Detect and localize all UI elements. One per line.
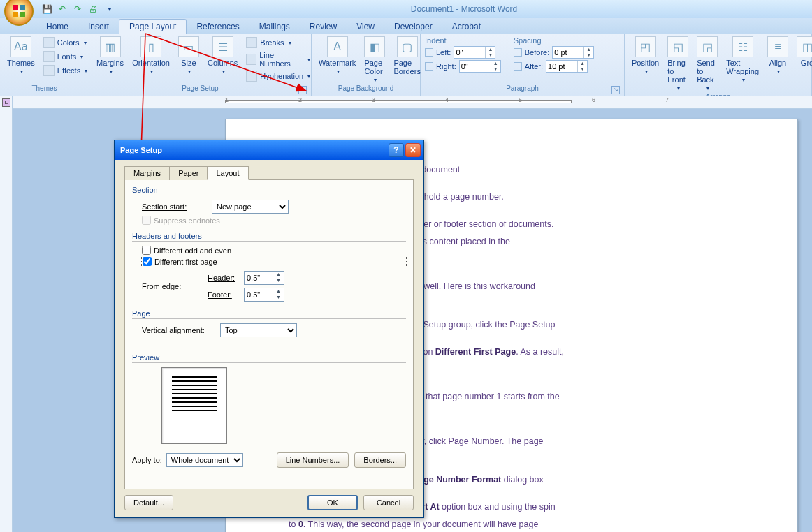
save-icon[interactable]: 💾 [41, 3, 53, 15]
preview-fieldset: Preview [132, 353, 406, 447]
ruler-ticks: 1234567 [225, 96, 669, 103]
cancel-button[interactable]: Cancel [363, 495, 414, 510]
spacing-before-spinner[interactable]: ▲▼ [552, 46, 594, 59]
tab-mailings[interactable]: Mailings [249, 20, 300, 34]
tab-review[interactable]: Review [300, 20, 347, 34]
group-label-paragraph: Paragraph↘ [423, 84, 621, 96]
suppress-endnotes-input [142, 216, 151, 225]
group-label-page-setup: Page Setup↘ [92, 84, 308, 96]
orientation-icon: ▯ [140, 36, 161, 57]
size-icon: ▭ [178, 36, 199, 57]
indent-right: Right:▲▼ [425, 60, 501, 73]
diff-first-page-input[interactable] [143, 257, 152, 266]
orientation-button[interactable]: ▯Orientation▾ [128, 35, 174, 76]
diff-first-page-checkbox[interactable]: Different first page [142, 256, 406, 267]
effects-button[interactable]: Effects▾ [41, 64, 90, 77]
tab-view[interactable]: View [347, 20, 384, 34]
fonts-icon [43, 51, 55, 62]
section-start-select[interactable]: New page [212, 200, 289, 214]
group-label-page-background: Page Background [314, 84, 417, 96]
themes-button[interactable]: Aa Themes▾ [3, 35, 39, 76]
redo-icon[interactable]: ↷ [71, 3, 84, 15]
ruler-horizontal[interactable]: 1234567 [13, 96, 812, 109]
hyphenation-icon [246, 71, 257, 82]
text-wrapping-button[interactable]: ☷Text Wrapping▾ [722, 35, 763, 84]
apply-row: Apply to: Whole document Line Numbers...… [132, 452, 406, 468]
headers-footers-fieldset: Headers and footers Different odd and ev… [132, 232, 406, 304]
margins-button[interactable]: ▥Margins▾ [92, 35, 128, 76]
tab-page-layout[interactable]: Page Layout [119, 19, 187, 34]
indent-left-spinner[interactable]: ▲▼ [454, 46, 495, 59]
group-paragraph: Indent Left:▲▼ Right:▲▼ Spacing Before:▲… [421, 34, 625, 96]
valign-select[interactable]: Top [220, 323, 297, 337]
tab-references[interactable]: References [187, 20, 249, 34]
header-label: Header: [208, 274, 240, 282]
ok-button[interactable]: OK [307, 495, 358, 510]
text-wrap-icon: ☷ [732, 36, 753, 57]
footer-spinner[interactable]: ▲▼ [244, 288, 284, 302]
spacing-before: Before:▲▼ [514, 46, 594, 59]
page-fieldset: Page Vertical alignment: Top [132, 309, 406, 339]
diff-odd-even-checkbox[interactable]: Different odd and even [142, 246, 406, 255]
ruler-vertical[interactable]: L [0, 96, 13, 532]
spacing-before-icon [514, 48, 522, 57]
hyphenation-button[interactable]: Hyphenation▾ [243, 70, 313, 82]
paragraph-dialog-launcher[interactable]: ↘ [611, 86, 620, 94]
qat-customize-icon[interactable]: ▼ [103, 3, 116, 15]
tab-home[interactable]: Home [36, 20, 78, 34]
indent-right-spinner[interactable]: ▲▼ [459, 60, 501, 73]
send-back-icon: ◲ [697, 36, 718, 57]
hf-legend: Headers and footers [132, 232, 406, 242]
group-themes: Aa Themes▾ Colors▾ Fonts▾ Effects▾ Theme… [0, 34, 89, 96]
watermark-icon: A [327, 36, 348, 57]
dialog-title-bar[interactable]: Page Setup ? ✕ [115, 140, 423, 160]
watermark-button[interactable]: AWatermark▾ [314, 35, 360, 76]
group-button[interactable]: ◫Gro [792, 35, 812, 68]
apply-to-select[interactable]: Whole document [166, 453, 243, 467]
page-borders-icon: ▢ [397, 36, 418, 57]
themes-label: Themes [7, 59, 35, 67]
line-numbers-button[interactable]: Line Numbers▾ [243, 50, 313, 68]
section-legend: Section [132, 186, 406, 195]
line-numbers-button-dlg[interactable]: Line Numbers... [277, 452, 349, 468]
tab-insert[interactable]: Insert [78, 20, 119, 34]
dialog-tabs: Margins Paper Layout [124, 165, 414, 180]
bring-front-icon: ◱ [667, 36, 688, 57]
page-setup-dialog-launcher[interactable]: ↘ [298, 86, 307, 94]
spacing-after-spinner[interactable]: ▲▼ [546, 60, 588, 73]
header-spinner[interactable]: ▲▼ [244, 271, 284, 285]
dialog-tab-layout[interactable]: Layout [207, 166, 248, 180]
page-borders-button[interactable]: ▢Page Borders [389, 35, 425, 77]
bring-front-button[interactable]: ◱Bring to Front▾ [663, 35, 693, 93]
tab-stop-icon[interactable]: L [2, 98, 10, 107]
borders-button-dlg[interactable]: Borders... [354, 452, 406, 468]
breaks-button[interactable]: Breaks▾ [243, 36, 313, 49]
group-page-setup: ▥Margins▾ ▯Orientation▾ ▭Size▾ ☰Columns▾… [89, 34, 312, 96]
align-button[interactable]: ≡Align▾ [763, 35, 792, 76]
dialog-close-button[interactable]: ✕ [405, 143, 421, 157]
undo-icon[interactable]: ↶ [56, 3, 68, 15]
window-title: Document1 - Microsoft Word [116, 4, 812, 14]
apply-to-label: Apply to: [132, 456, 162, 464]
fonts-button[interactable]: Fonts▾ [41, 50, 90, 63]
preview-legend: Preview [132, 353, 406, 363]
tab-developer[interactable]: Developer [384, 20, 442, 34]
colors-button[interactable]: Colors▾ [41, 36, 90, 49]
size-button[interactable]: ▭Size▾ [174, 35, 203, 76]
tab-acrobat[interactable]: Acrobat [442, 20, 491, 34]
columns-button[interactable]: ☰Columns▾ [203, 35, 242, 76]
indent-title: Indent [425, 36, 501, 45]
diff-odd-even-input[interactable] [142, 246, 151, 255]
send-back-button[interactable]: ◲Send to Back▾ [693, 35, 722, 93]
print-icon[interactable]: 🖨 [87, 3, 99, 15]
footer-label: Footer: [208, 290, 240, 299]
dialog-help-button[interactable]: ? [389, 143, 404, 157]
indent-left: Left:▲▼ [425, 46, 501, 59]
default-button[interactable]: Default... [124, 495, 173, 510]
page-color-icon: ◧ [364, 36, 385, 57]
page-color-button[interactable]: ◧Page Color▾ [360, 35, 389, 84]
dialog-tab-margins[interactable]: Margins [124, 166, 170, 180]
dialog-tab-paper[interactable]: Paper [169, 166, 208, 180]
position-button[interactable]: ◰Position▾ [628, 35, 663, 76]
indent-left-icon [425, 48, 433, 57]
